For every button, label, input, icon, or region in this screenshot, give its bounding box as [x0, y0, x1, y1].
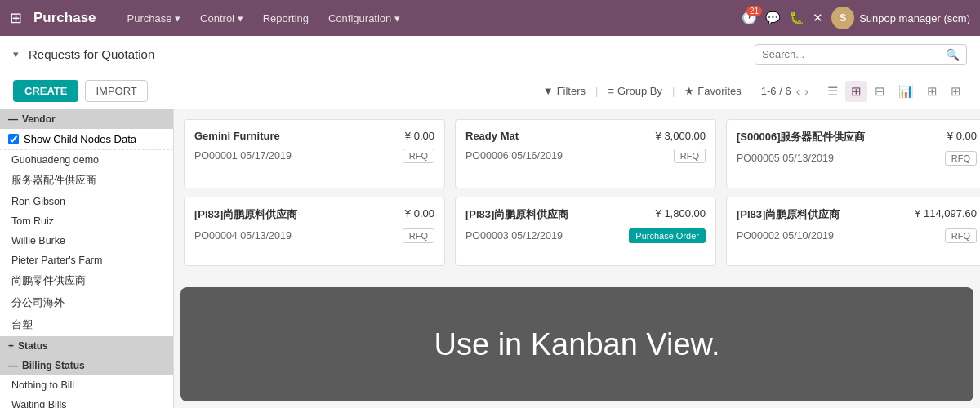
sidebar-item-vendor-6[interactable]: 尚鹏零件供应商 [0, 270, 173, 292]
main-menu: Purchase ▾ Control ▾ Reporting Configura… [119, 9, 408, 28]
show-child-row[interactable]: Show Child Nodes Data [0, 129, 173, 150]
card-amount-2: ¥ 3,000.00 [656, 130, 706, 142]
pagination: 1-6 / 6 ‹ › [761, 85, 808, 98]
search-icon: 🔍 [946, 48, 960, 61]
billing-item-1[interactable]: Waiting Bills [0, 395, 173, 408]
top-navigation: ⊞ Purchase Purchase ▾ Control ▾ Reportin… [0, 0, 980, 36]
card-title-5: [PI83]尚鹏原料供应商 [737, 207, 840, 222]
grid-view-button[interactable]: ⊟ [869, 81, 891, 102]
close-icon[interactable]: ✕ [813, 11, 823, 25]
search-input[interactable] [762, 48, 946, 60]
nav-reporting[interactable]: Reporting [255, 9, 317, 28]
card-amount-5: ¥ 114,097.60 [915, 207, 977, 220]
card-title-3: [PI83]尚鹏原料供应商 [466, 207, 568, 222]
sidebar-item-vendor-3[interactable]: Tom Ruiz [0, 211, 173, 231]
plus-icon: + [8, 340, 14, 352]
create-button[interactable]: CREATE [13, 80, 78, 102]
billing-header: — Billing Status [0, 356, 173, 375]
app-title: Purchase [33, 10, 96, 26]
card-title-0: Gemini Furniture [194, 130, 280, 142]
list-icon: ≡ [608, 85, 614, 97]
app-grid-icon[interactable]: ⊞ [10, 9, 22, 27]
chevron-icon: ▾ [13, 48, 19, 60]
kanban-card-0[interactable]: Gemini Furniture ¥ 0.00 PO00001 05/17/20… [184, 119, 445, 188]
kanban-card-3[interactable]: [PI83]尚鹏原料供应商 ¥ 1,800.00 PO00003 05/12/2… [455, 197, 716, 266]
nav-purchase[interactable]: Purchase ▾ [119, 9, 189, 28]
card-ref-2: PO00006 05/16/2019 [466, 150, 563, 162]
card-amount-0: ¥ 0.00 [405, 130, 434, 142]
card-tag-5: RFQ [945, 228, 977, 243]
sidebar-item-vendor-4[interactable]: Willie Burke [0, 231, 173, 251]
card-tag-1: RFQ [403, 228, 434, 243]
filters-button[interactable]: ▼ Filters [537, 82, 592, 100]
user-menu[interactable]: S Sunpop manager (scm) [831, 7, 970, 29]
overlay-text: Use in Kanban View. [434, 327, 720, 362]
sidebar: — Vendor Show Child Nodes Data Guohuaden… [0, 109, 174, 408]
pagination-label: 1-6 / 6 [761, 85, 791, 97]
sidebar-item-vendor-7[interactable]: 分公司海外 [0, 292, 173, 314]
clock-icon[interactable]: 🕐21 [742, 11, 757, 25]
card-ref-3: PO00003 05/12/2019 [466, 230, 563, 242]
chart-view-button[interactable]: 📊 [893, 81, 920, 102]
nav-icons: 🕐21 💬 🐛 ✕ S Sunpop manager (scm) [742, 7, 970, 29]
nav-configuration[interactable]: Configuration ▾ [320, 9, 408, 28]
minus-icon: — [8, 113, 18, 125]
notification-badge: 21 [746, 6, 762, 16]
list-view-button[interactable]: ☰ [822, 81, 844, 102]
card-ref-4: PO00005 05/13/2019 [737, 153, 834, 164]
card-title-2: Ready Mat [466, 130, 519, 142]
pivot-view-button[interactable]: ⊞ [921, 81, 943, 102]
card-amount-4: ¥ 0.00 [947, 130, 977, 142]
card-title-4: [S00006]服务器配件供应商 [737, 130, 865, 144]
card-tag-3: Purchase Order [629, 228, 706, 243]
sidebar-item-vendor-8[interactable]: 台塑 [0, 314, 173, 336]
status-header: + Status [0, 336, 173, 356]
search-box[interactable]: 🔍 [755, 44, 967, 65]
filter-icon: ▼ [543, 85, 554, 97]
next-page-button[interactable]: › [804, 85, 808, 98]
import-button[interactable]: IMPORT [85, 80, 147, 102]
bug-icon[interactable]: 🐛 [789, 11, 804, 25]
filter-group: ▼ Filters | ≡ Group By | ★ Favorites [537, 82, 748, 100]
show-child-label: Show Child Nodes Data [24, 133, 136, 145]
sidebar-item-vendor-5[interactable]: Pieter Parter's Farm [0, 251, 173, 270]
kanban-card-4[interactable]: [S00006]服务器配件供应商 ¥ 0.00 PO00005 05/13/20… [726, 119, 980, 188]
kanban-view-button[interactable]: ⊞ [845, 81, 867, 102]
chat-icon[interactable]: 💬 [765, 11, 781, 25]
nav-control[interactable]: Control ▾ [192, 9, 252, 28]
card-tag-2: RFQ [674, 149, 706, 163]
kanban-card-1[interactable]: [PI83]尚鹏原料供应商 ¥ 0.00 PO00004 05/13/2019 … [184, 197, 445, 266]
prev-page-button[interactable]: ‹ [796, 85, 800, 98]
sidebar-item-vendor-0[interactable]: Guohuadeng demo [0, 150, 173, 170]
view-buttons: ☰ ⊞ ⊟ 📊 ⊞ ⊞ [822, 81, 967, 102]
kanban-card-2[interactable]: Ready Mat ¥ 3,000.00 PO00006 05/16/2019 … [455, 119, 716, 188]
card-ref-0: PO00001 05/17/2019 [194, 150, 292, 162]
kanban-card-5[interactable]: [PI83]尚鹏原料供应商 ¥ 114,097.60 PO00002 05/10… [726, 197, 980, 266]
group-by-button[interactable]: ≡ Group By [601, 82, 669, 100]
main-layout: — Vendor Show Child Nodes Data Guohuaden… [0, 109, 980, 408]
card-amount-3: ¥ 1,800.00 [656, 207, 706, 220]
card-title-1: [PI83]尚鹏原料供应商 [194, 207, 297, 222]
card-tag-4: RFQ [945, 151, 977, 166]
minus-icon-billing: — [8, 360, 18, 371]
show-child-checkbox[interactable] [8, 134, 19, 144]
kanban-area: Gemini Furniture ¥ 0.00 PO00001 05/17/20… [174, 109, 980, 408]
favorites-button[interactable]: ★ Favorites [678, 82, 747, 100]
sidebar-item-vendor-2[interactable]: Ron Gibson [0, 192, 173, 211]
billing-item-0[interactable]: Nothing to Bill [0, 375, 173, 395]
calendar-view-button[interactable]: ⊞ [945, 81, 967, 102]
user-label: Sunpop manager (scm) [859, 12, 970, 24]
vendor-header: — Vendor [0, 109, 173, 129]
card-ref-5: PO00002 05/10/2019 [737, 230, 834, 242]
card-tag-0: RFQ [403, 149, 434, 163]
card-amount-1: ¥ 0.00 [405, 207, 434, 220]
card-ref-1: PO00004 05/13/2019 [194, 230, 292, 242]
page-title: Requests for Quotation [29, 47, 748, 61]
user-avatar: S [831, 7, 854, 29]
breadcrumb-bar: ▾ Requests for Quotation 🔍 [0, 36, 980, 73]
star-icon: ★ [684, 85, 694, 97]
sidebar-item-vendor-1[interactable]: 服务器配件供应商 [0, 170, 173, 192]
kanban-overlay: Use in Kanban View. [180, 287, 973, 401]
action-bar: CREATE IMPORT ▼ Filters | ≡ Group By | ★… [0, 73, 980, 109]
